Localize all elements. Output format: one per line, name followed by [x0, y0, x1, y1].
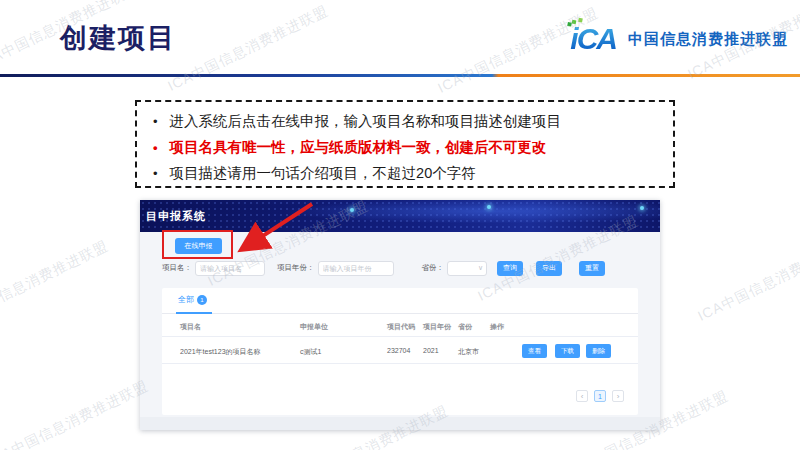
watermark: ICA中国信息消费推进联盟: [0, 237, 111, 330]
project-year-label: 项目年份：: [277, 263, 315, 273]
current-page[interactable]: 1: [594, 390, 606, 402]
cell-unit: c测试1: [300, 347, 321, 357]
decor-dot: [640, 206, 644, 210]
slide: ICA中国信息消费推进联盟 ICA中国信息消费推进联盟 ICA中国信息消费推进联…: [0, 0, 800, 450]
pagination: ‹ 1 ›: [576, 390, 624, 402]
decor-dot: [350, 208, 354, 212]
header-divider: [0, 74, 800, 77]
cell-year: 2021: [423, 347, 439, 354]
org-name: 中国信息消费推进联盟: [628, 30, 788, 49]
bullet-text: 进入系统后点击在线申报，输入项目名称和项目描述创建项目: [170, 112, 562, 131]
delete-button[interactable]: 删除: [586, 344, 611, 358]
cell-project-name: 2021年test123的项目名称: [180, 347, 261, 357]
project-year-input[interactable]: [318, 261, 394, 276]
watermark: ICA中国信息消费推进联盟: [165, 2, 331, 95]
highlight-red-box: [162, 230, 233, 259]
project-name-input[interactable]: [195, 261, 265, 276]
watermark: ICA中国信息消费推进联盟: [0, 377, 151, 450]
table-row: 2021年test123的项目名称 c测试1 232704 2021 北京市 查…: [162, 336, 638, 364]
province-select[interactable]: ∨: [447, 261, 487, 276]
bullet-item-emphasis: • 项目名具有唯一性，应与纸质版材料一致，创建后不可更改: [153, 134, 663, 160]
project-list-card: 全部 1 项目名 申报单位 项目代码 项目年份 省份 操作 2021年test1…: [162, 288, 638, 415]
col-province: 省份: [458, 322, 472, 332]
col-year: 项目年份: [423, 322, 451, 332]
bullet-text: 项目描述请用一句话介绍项目，不超过20个字符: [170, 164, 476, 183]
tab-all[interactable]: 全部 1: [178, 294, 207, 305]
reset-button[interactable]: 重置: [579, 261, 605, 276]
ica-logo-icon: iCA: [570, 22, 620, 56]
bullet-marker: •: [153, 140, 158, 155]
org-logo: iCA 中国信息消费推进联盟: [570, 22, 788, 56]
bullet-marker: •: [153, 114, 158, 129]
app-title: 目申报系统: [146, 200, 206, 232]
app-footer-strip: [140, 417, 660, 430]
tab-label: 全部: [178, 294, 194, 305]
download-button[interactable]: 下载: [555, 344, 580, 358]
watermark: ICA中国信息消费推进联盟: [695, 232, 800, 325]
bullet-marker: •: [153, 166, 158, 181]
tab-bar: 全部 1: [162, 288, 638, 314]
search-filters: 项目名： 项目年份： 省份： ∨ 查询 导出 重置: [162, 260, 642, 276]
decor-dot: [487, 205, 491, 209]
chevron-down-icon: ∨: [478, 264, 483, 272]
red-arrow-annotation: [228, 200, 320, 260]
bullet-item: • 项目描述请用一句话介绍项目，不超过20个字符: [153, 160, 663, 186]
export-button[interactable]: 导出: [536, 261, 562, 276]
project-name-label: 项目名：: [162, 263, 192, 273]
table-header: 项目名 申报单位 项目代码 项目年份 省份 操作: [162, 314, 638, 336]
view-button[interactable]: 查看: [522, 344, 547, 358]
cell-code: 232704: [387, 347, 410, 354]
bullet-item: • 进入系统后点击在线申报，输入项目名称和项目描述创建项目: [153, 108, 663, 134]
province-label: 省份：: [422, 263, 445, 273]
prev-page-button[interactable]: ‹: [576, 390, 588, 402]
app-header: 目申报系统: [140, 200, 660, 232]
app-screenshot: 目申报系统 在线申报 项目名： 项目年份： 省份： ∨ 查询 导: [140, 200, 660, 430]
col-project-name: 项目名: [180, 322, 201, 332]
col-unit: 申报单位: [300, 322, 328, 332]
col-actions: 操作: [490, 322, 504, 332]
cell-province: 北京市: [458, 347, 479, 357]
next-page-button[interactable]: ›: [612, 390, 624, 402]
notes-box: • 进入系统后点击在线申报，输入项目名称和项目描述创建项目 • 项目名具有唯一性…: [135, 100, 675, 188]
query-button[interactable]: 查询: [497, 261, 523, 276]
col-code: 项目代码: [387, 322, 415, 332]
tab-count-badge: 1: [197, 295, 207, 305]
bullet-text: 项目名具有唯一性，应与纸质版材料一致，创建后不可更改: [170, 138, 547, 157]
page-title: 创建项目: [60, 20, 176, 56]
